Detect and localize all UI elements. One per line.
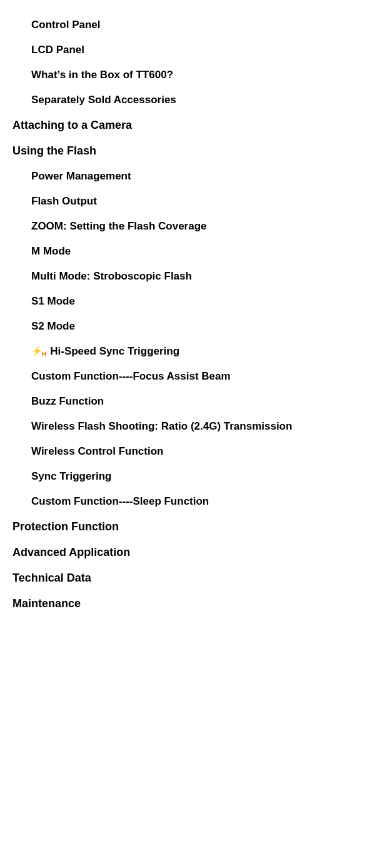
toc-item-s1-mode[interactable]: S1 Mode bbox=[13, 289, 354, 314]
toc-label-maintenance[interactable]: Maintenance bbox=[13, 597, 81, 610]
toc-label-flash-output[interactable]: Flash Output bbox=[31, 195, 97, 208]
toc-item-custom-function-focus[interactable]: Custom Function----Focus Assist Beam bbox=[13, 364, 354, 389]
toc-item-sync-triggering[interactable]: Sync Triggering bbox=[13, 464, 354, 489]
toc-item-wireless-control[interactable]: Wireless Control Function bbox=[13, 439, 354, 464]
toc-label-wireless-control[interactable]: Wireless Control Function bbox=[31, 445, 163, 458]
toc-item-maintenance[interactable]: Maintenance bbox=[13, 591, 354, 617]
toc-label-s1-mode[interactable]: S1 Mode bbox=[31, 295, 75, 308]
toc-label-power-management[interactable]: Power Management bbox=[31, 170, 131, 183]
toc-item-control-panel[interactable]: Control Panel bbox=[13, 13, 354, 38]
toc-label-buzz-function[interactable]: Buzz Function bbox=[31, 395, 104, 408]
toc-label-attaching-camera[interactable]: Attaching to a Camera bbox=[13, 119, 132, 132]
toc-item-lcd-panel[interactable]: LCD Panel bbox=[13, 38, 354, 63]
toc-label-m-mode[interactable]: M Mode bbox=[31, 245, 71, 258]
hi-speed-sync-icon: ⚡H bbox=[31, 346, 46, 358]
toc-item-zoom-setting[interactable]: ZOOM: Setting the Flash Coverage bbox=[13, 214, 354, 239]
toc-item-s2-mode[interactable]: S2 Mode bbox=[13, 314, 354, 339]
toc-item-protection-function[interactable]: Protection Function bbox=[13, 514, 354, 540]
table-of-contents: Control PanelLCD PanelWhat’s in the Box … bbox=[13, 13, 354, 617]
toc-label-multi-mode[interactable]: Multi Mode: Stroboscopic Flash bbox=[31, 270, 192, 283]
toc-item-flash-output[interactable]: Flash Output bbox=[13, 189, 354, 214]
toc-label-protection-function[interactable]: Protection Function bbox=[13, 520, 119, 533]
toc-label-lcd-panel[interactable]: LCD Panel bbox=[31, 44, 84, 56]
toc-item-m-mode[interactable]: M Mode bbox=[13, 239, 354, 264]
toc-label-hi-speed-sync[interactable]: ⚡HHi-Speed Sync Triggering bbox=[31, 345, 179, 358]
toc-label-s2-mode[interactable]: S2 Mode bbox=[31, 320, 75, 333]
toc-item-power-management[interactable]: Power Management bbox=[13, 164, 354, 189]
toc-item-advanced-application[interactable]: Advanced Application bbox=[13, 540, 354, 565]
toc-item-technical-data[interactable]: Technical Data bbox=[13, 565, 354, 591]
toc-label-custom-function-focus[interactable]: Custom Function----Focus Assist Beam bbox=[31, 370, 231, 383]
toc-label-zoom-setting[interactable]: ZOOM: Setting the Flash Coverage bbox=[31, 220, 207, 233]
toc-item-custom-function-sleep[interactable]: Custom Function----Sleep Function bbox=[13, 489, 354, 514]
toc-label-wireless-flash-shooting[interactable]: Wireless Flash Shooting: Ratio (2.4G) Tr… bbox=[31, 420, 292, 433]
toc-item-buzz-function[interactable]: Buzz Function bbox=[13, 389, 354, 414]
toc-item-attaching-camera[interactable]: Attaching to a Camera bbox=[13, 113, 354, 138]
toc-item-wireless-flash-shooting[interactable]: Wireless Flash Shooting: Ratio (2.4G) Tr… bbox=[13, 414, 354, 439]
toc-item-multi-mode[interactable]: Multi Mode: Stroboscopic Flash bbox=[13, 264, 354, 289]
toc-item-separately-sold[interactable]: Separately Sold Accessories bbox=[13, 88, 354, 113]
toc-label-advanced-application[interactable]: Advanced Application bbox=[13, 546, 130, 559]
toc-item-using-flash[interactable]: Using the Flash bbox=[13, 138, 354, 164]
toc-label-custom-function-sleep[interactable]: Custom Function----Sleep Function bbox=[31, 495, 209, 508]
toc-label-control-panel[interactable]: Control Panel bbox=[31, 19, 101, 31]
toc-label-sync-triggering[interactable]: Sync Triggering bbox=[31, 470, 111, 483]
toc-label-whats-in-box[interactable]: What’s in the Box of TT600? bbox=[31, 69, 173, 81]
toc-label-using-flash[interactable]: Using the Flash bbox=[13, 144, 96, 158]
toc-item-hi-speed-sync[interactable]: ⚡HHi-Speed Sync Triggering bbox=[13, 339, 354, 364]
toc-item-whats-in-box[interactable]: What’s in the Box of TT600? bbox=[13, 63, 354, 88]
toc-label-technical-data[interactable]: Technical Data bbox=[13, 572, 91, 585]
toc-label-separately-sold[interactable]: Separately Sold Accessories bbox=[31, 94, 176, 106]
